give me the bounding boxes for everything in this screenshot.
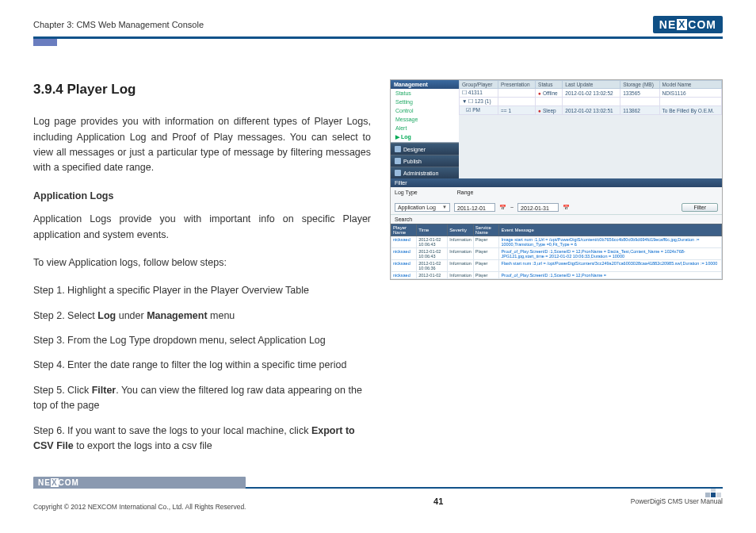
filter-bar: Filter xyxy=(391,178,722,187)
search-label: Search xyxy=(395,217,412,222)
table-row[interactable]: ▼ ☐ 123 (1) xyxy=(460,98,722,106)
sidebar-item-log[interactable]: ▶Log xyxy=(391,132,459,142)
table-row[interactable]: ☐ 41311 Offline 2012-01-02 13:02:52 1335… xyxy=(460,89,722,98)
chevron-down-icon: ▼ xyxy=(442,203,447,212)
copyright-text: Copyright © 2012 NEXCOM International Co… xyxy=(33,503,246,511)
col-model-name[interactable]: Model Name xyxy=(659,81,721,89)
filter-button[interactable]: Filter xyxy=(682,203,718,212)
intro-paragraph: Log page provides you with information o… xyxy=(33,114,371,176)
log-row[interactable]: nicksaed2012-01-02 10:06:43InformationPl… xyxy=(391,236,722,248)
log-row[interactable]: nicksaed2012-01-02 10:06:36InformationPl… xyxy=(391,260,722,272)
brand-logo: NEXCOM xyxy=(653,16,723,33)
date-from-input[interactable]: 2011-12-01 xyxy=(454,203,495,212)
sidebar-section-designer[interactable]: Designer xyxy=(391,143,459,155)
filter-bar-label: Filter xyxy=(395,180,407,186)
logtype-select[interactable]: Application Log▼ xyxy=(395,203,450,212)
step-6: Step 6. If you want to save the logs to … xyxy=(33,424,371,454)
table-header-row: Group/Player Presentation Status Last Up… xyxy=(460,81,722,89)
sidebar-item-alert[interactable]: Alert xyxy=(391,124,459,132)
step-4: Step 4. Enter the date range to filter t… xyxy=(33,358,371,373)
sidebar-section-publish[interactable]: Publish xyxy=(391,155,459,167)
sidebar-section-management[interactable]: Management xyxy=(391,80,459,89)
col-status[interactable]: Status xyxy=(536,81,563,89)
search-row: Search xyxy=(391,214,722,224)
player-overview-table: Group/Player Presentation Status Last Up… xyxy=(459,80,722,115)
step-2: Step 2. Select Log under Management menu xyxy=(33,309,371,324)
sidebar: Management Status Setting Control Messag… xyxy=(391,80,459,178)
application-logs-heading: Application Logs xyxy=(33,189,371,204)
publish-icon xyxy=(395,158,401,164)
chapter-title: Chapter 3: CMS Web Management Console xyxy=(33,20,204,29)
log-table: Player Name Time Severity Service Name E… xyxy=(391,224,722,279)
step-1: Step 1. Highlight a specific Player in t… xyxy=(33,283,371,298)
page-number: 41 xyxy=(433,497,443,506)
app-screenshot: Management Status Setting Control Messag… xyxy=(390,79,723,280)
col-last-update[interactable]: Last Update xyxy=(563,81,620,89)
designer-icon xyxy=(395,146,401,152)
document-text-column: 3.9.4 Player Log Log page provides you w… xyxy=(33,79,371,463)
log-header-row: Player Name Time Severity Service Name E… xyxy=(391,224,722,236)
range-label: Range xyxy=(457,190,474,195)
admin-icon xyxy=(395,170,401,176)
date-to-input[interactable]: 2012-01-31 xyxy=(517,203,559,212)
log-row[interactable]: nicksaed2012-01-02InformationPlayerProof… xyxy=(391,272,722,279)
page-footer: NEXCOM Copyright © 2012 NEXCOM Internati… xyxy=(33,487,723,511)
sidebar-item-setting[interactable]: Setting xyxy=(391,98,459,106)
col-storage[interactable]: Storage (MB) xyxy=(620,81,659,89)
steps-lead: To view Application logs, follow below s… xyxy=(33,255,371,270)
filter-controls: Log Type Range Application Log▼ 2011-12-… xyxy=(391,187,722,214)
table-row[interactable]: ☑ PM == 1 Sleep 2012-01-02 13:02:51 1138… xyxy=(460,106,722,115)
col-presentation[interactable]: Presentation xyxy=(498,81,536,89)
sidebar-item-status[interactable]: Status xyxy=(391,89,459,98)
sidebar-item-message[interactable]: Message xyxy=(391,115,459,124)
calendar-icon[interactable]: 📅 xyxy=(499,205,506,211)
sidebar-section-administration[interactable]: Administration xyxy=(391,167,459,178)
step-5: Step 5. Click Filter. You can view the f… xyxy=(33,383,371,414)
step-3: Step 3. From the Log Type dropdown menu,… xyxy=(33,333,371,348)
footer-brand-logo: NEXCOM xyxy=(33,477,246,489)
page-header: Chapter 3: CMS Web Management Console NE… xyxy=(33,16,723,39)
col-group-player[interactable]: Group/Player xyxy=(460,81,498,89)
manual-title: PowerDigiS CMS User Manual xyxy=(631,497,723,505)
section-title: 3.9.4 Player Log xyxy=(33,79,371,100)
sidebar-item-control[interactable]: Control xyxy=(391,106,459,115)
log-row[interactable]: nicksaed2012-01-02 10:06:43InformationPl… xyxy=(391,248,722,260)
player-overview-panel: Group/Player Presentation Status Last Up… xyxy=(459,80,722,178)
logtype-label: Log Type xyxy=(395,190,418,195)
calendar-icon[interactable]: 📅 xyxy=(563,205,570,211)
triangle-icon: ▶ xyxy=(395,134,399,140)
tab-marker xyxy=(33,39,57,46)
application-logs-intro: Application Logs provide you with import… xyxy=(33,212,371,243)
